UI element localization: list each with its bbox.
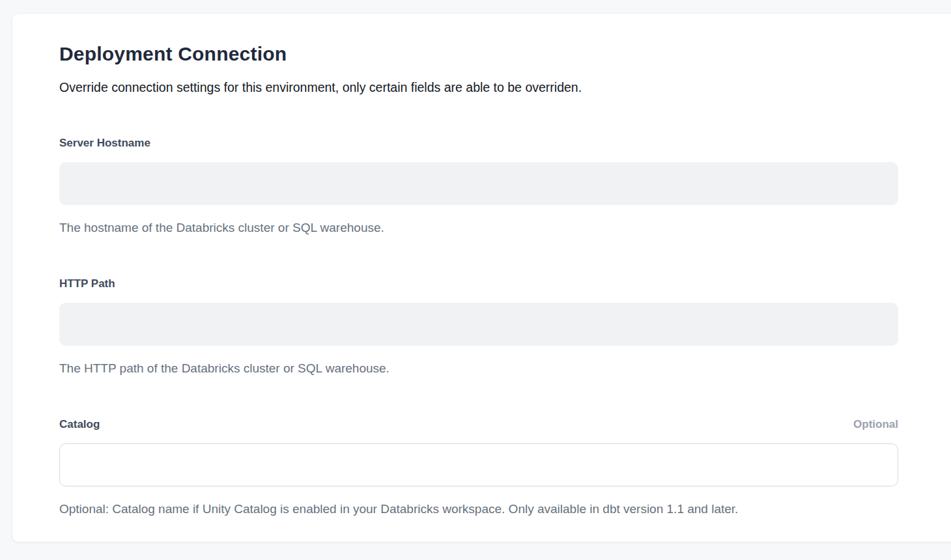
catalog-optional-badge: Optional bbox=[853, 417, 898, 432]
page-subtitle: Override connection settings for this en… bbox=[59, 79, 898, 96]
field-server-hostname: Server Hostname The hostname of the Data… bbox=[59, 136, 898, 236]
server-hostname-label: Server Hostname bbox=[59, 136, 150, 150]
http-path-help: The HTTP path of the Databricks cluster … bbox=[59, 360, 898, 377]
catalog-label-row: Catalog Optional bbox=[59, 417, 898, 432]
http-path-label-row: HTTP Path bbox=[59, 277, 898, 291]
http-path-input bbox=[59, 303, 898, 346]
deployment-connection-card: Deployment Connection Override connectio… bbox=[12, 13, 951, 542]
page-title: Deployment Connection bbox=[59, 42, 898, 66]
server-hostname-input bbox=[59, 162, 898, 205]
catalog-label: Catalog bbox=[59, 417, 100, 432]
field-http-path: HTTP Path The HTTP path of the Databrick… bbox=[59, 277, 898, 377]
catalog-input[interactable] bbox=[59, 443, 898, 486]
field-catalog: Catalog Optional Optional: Catalog name … bbox=[59, 417, 898, 518]
catalog-help: Optional: Catalog name if Unity Catalog … bbox=[59, 501, 898, 518]
server-hostname-help: The hostname of the Databricks cluster o… bbox=[59, 219, 898, 236]
server-hostname-label-row: Server Hostname bbox=[59, 136, 898, 150]
http-path-label: HTTP Path bbox=[59, 277, 115, 291]
